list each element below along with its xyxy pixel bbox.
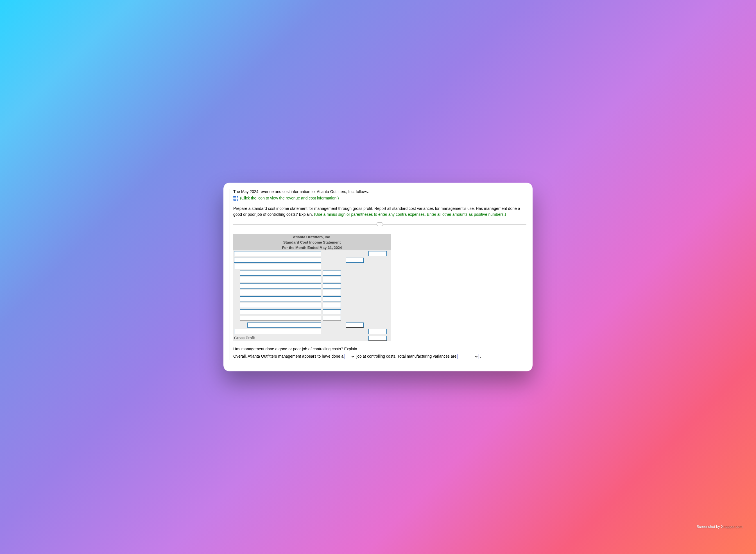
var6-label[interactable] bbox=[240, 303, 321, 308]
gross-profit-amt[interactable] bbox=[369, 336, 387, 341]
var7-label[interactable] bbox=[240, 309, 321, 314]
var8-amt[interactable] bbox=[323, 316, 341, 321]
var5-amt[interactable] bbox=[323, 296, 341, 301]
sentence-1c: . bbox=[480, 354, 481, 358]
intro-text: The May 2024 revenue and cost informatio… bbox=[233, 189, 526, 201]
row2-label[interactable] bbox=[234, 258, 321, 263]
subtotal-amt2[interactable] bbox=[346, 323, 364, 328]
gross-profit-label: Gross Profit bbox=[233, 335, 322, 341]
intro-line-1: The May 2024 revenue and cost informatio… bbox=[233, 189, 369, 194]
var2-amt[interactable] bbox=[323, 277, 341, 282]
var3-label[interactable] bbox=[240, 283, 321, 288]
var4-label[interactable] bbox=[240, 290, 321, 295]
var4-amt[interactable] bbox=[323, 290, 341, 295]
sentence-1a: Overall, Atlanta Outfitters management a… bbox=[233, 354, 344, 358]
expand-pill[interactable]: ··· bbox=[377, 222, 383, 226]
income-statement: Atlanta Outfitters, Inc. Standard Cost I… bbox=[233, 234, 391, 341]
stmt-company: Atlanta Outfitters, Inc. bbox=[233, 234, 391, 240]
task-hint: (Use a minus sign or parentheses to ente… bbox=[314, 212, 506, 217]
var8-label[interactable] bbox=[240, 316, 321, 321]
question-body: The May 2024 revenue and cost informatio… bbox=[230, 189, 526, 360]
row1-label[interactable] bbox=[234, 251, 321, 256]
row2-amt2[interactable] bbox=[346, 258, 364, 263]
var5-label[interactable] bbox=[240, 296, 321, 301]
var7-amt[interactable] bbox=[323, 309, 341, 314]
stmt-title: Standard Cost Income Statement bbox=[233, 240, 391, 245]
var6-amt[interactable] bbox=[323, 303, 341, 308]
job-quality-select[interactable] bbox=[344, 354, 355, 359]
row3-label[interactable] bbox=[234, 264, 321, 269]
var2-label[interactable] bbox=[240, 277, 321, 282]
icon-hint-text: (Click the icon to view the revenue and … bbox=[240, 195, 339, 201]
var1-amt[interactable] bbox=[323, 271, 341, 276]
cogs-actual-label[interactable] bbox=[234, 329, 321, 334]
followup-question: Has management done a good or poor job o… bbox=[233, 345, 526, 353]
var3-amt[interactable] bbox=[323, 283, 341, 288]
variance-direction-select[interactable] bbox=[457, 354, 479, 359]
sentence-1b: job at controlling costs. Total manufact… bbox=[356, 354, 457, 358]
watermark: Screenshot by Xnapper.com bbox=[697, 524, 743, 529]
cogs-actual-amt3[interactable] bbox=[369, 329, 387, 334]
followup: Has management done a good or poor job o… bbox=[233, 345, 526, 360]
stmt-period: For the Month Ended May 31, 2024 bbox=[233, 245, 391, 250]
subtotal-label[interactable] bbox=[247, 323, 321, 328]
data-table-icon[interactable] bbox=[233, 196, 238, 201]
section-divider: ··· bbox=[233, 222, 526, 226]
var1-label[interactable] bbox=[240, 271, 321, 276]
task-text: Prepare a standard cost income statement… bbox=[233, 206, 526, 217]
row1-amt3[interactable] bbox=[369, 251, 387, 256]
question-card: The May 2024 revenue and cost informatio… bbox=[223, 183, 533, 371]
